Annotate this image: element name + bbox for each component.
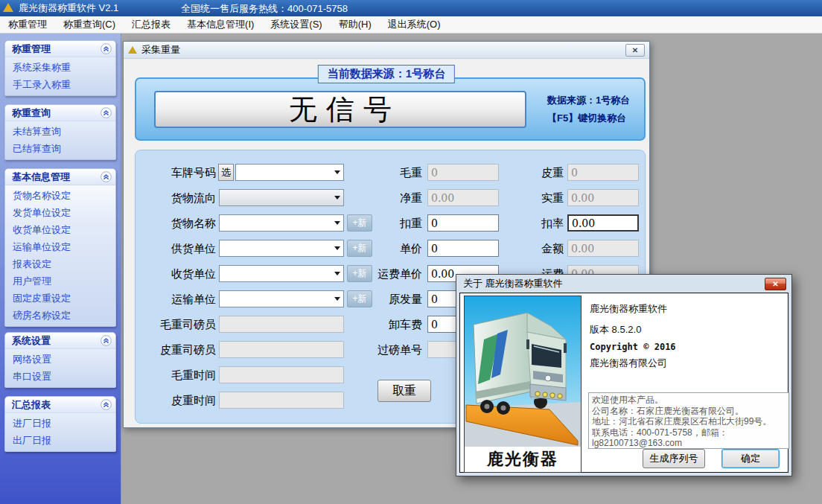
sidebar-item-sender-unit[interactable]: 发货单位设定: [5, 204, 115, 221]
sidebar-item-manual-weigh[interactable]: 手工录入称重: [5, 76, 115, 93]
collapse-icon[interactable]: [101, 399, 112, 410]
weigh-window-title: 采集重量: [141, 43, 180, 57]
sidebar-item-settled-query[interactable]: 已结算查询: [5, 140, 115, 157]
net-weight-label: 净重: [363, 189, 422, 207]
tare-operator-label: 皮重司磅员: [150, 341, 216, 359]
section-title: 基本信息管理: [12, 170, 70, 184]
unit-price-label: 单价: [363, 240, 422, 258]
sidebar-item-transport-unit[interactable]: 运输单位设定: [5, 238, 115, 255]
ticket-no-label: 过磅单号: [363, 341, 422, 359]
truck-caption: 鹿光衡器: [465, 447, 581, 472]
gross-operator-field: [219, 316, 344, 333]
about-dialog-title-bar: 关于 鹿光衡器称重软件: [456, 275, 791, 293]
about-dialog: 关于 鹿光衡器称重软件 ✕: [456, 274, 792, 476]
section-header-weigh-query[interactable]: 称重查询: [5, 105, 115, 121]
tare-time-field: [219, 392, 344, 409]
deduct-rate-field[interactable]: [567, 214, 639, 232]
dialog-close-button[interactable]: ✕: [765, 278, 786, 290]
sidebar-item-system-weigh[interactable]: 系统采集称重: [5, 59, 115, 76]
menu-weigh-management[interactable]: 称重管理: [0, 16, 55, 33]
gross-weight-label: 毛重: [363, 164, 422, 182]
app-title-bar: 鹿光衡器称重软件 V2.1 全国统一售后服务热线：400-071-5758: [0, 0, 822, 16]
section-header-summary-report[interactable]: 汇总报表: [5, 397, 115, 413]
sidebar-item-unsettled-query[interactable]: 未结算查询: [5, 123, 115, 140]
about-info-box: 欢迎使用本产品。 公司名称：石家庄鹿光衡器有限公司。 地址：河北省石家庄鹿泉区石…: [588, 392, 789, 449]
plate-number-label: 车牌号码: [150, 164, 216, 182]
sidebar-item-serial-setting[interactable]: 串口设置: [5, 368, 115, 385]
pick-plate-button[interactable]: 选: [218, 164, 234, 181]
deduct-weight-field[interactable]: [427, 214, 499, 232]
receiver-combo[interactable]: [219, 265, 344, 282]
gross-operator-label: 毛重司磅员: [150, 316, 216, 334]
take-weight-button[interactable]: 取重: [377, 380, 431, 402]
window-logo-icon: [128, 46, 137, 54]
collapse-icon[interactable]: [101, 171, 112, 182]
about-company: 鹿光衡器有限公司: [590, 357, 667, 370]
section-header-system-settings[interactable]: 系统设置: [5, 333, 115, 349]
collapse-icon[interactable]: [101, 107, 112, 118]
transporter-label: 运输单位: [150, 290, 216, 308]
menu-system-settings[interactable]: 系统设置(S): [262, 16, 330, 33]
sidebar-item-receiver-unit[interactable]: 收货单位设定: [5, 221, 115, 238]
supplier-combo[interactable]: [219, 240, 344, 257]
unit-price-field[interactable]: [427, 240, 499, 257]
sidebar-section-weigh-query: 称重查询 未结算查询 已结算查询: [4, 104, 116, 160]
chevron-down-icon: [334, 246, 340, 250]
collapse-icon[interactable]: [101, 43, 112, 54]
gross-time-field: [219, 366, 344, 383]
goods-name-combo[interactable]: [219, 214, 344, 232]
section-title: 汇总报表: [12, 398, 51, 412]
weight-display: 无信号: [154, 91, 526, 128]
sidebar-item-fixed-tare[interactable]: 固定皮重设定: [5, 290, 115, 307]
data-source-banner: 当前数据来源：1号称台: [318, 65, 455, 83]
sidebar: 称重管理 系统采集称重 手工录入称重 称重查询 未结算查询 已结算查询: [0, 34, 121, 504]
amount-label: 金额: [504, 240, 564, 258]
section-header-basic-info[interactable]: 基本信息管理: [5, 169, 115, 185]
service-hotline: 全国统一售后服务热线：400-071-5758: [181, 2, 348, 16]
menu-help[interactable]: 帮助(H): [331, 16, 380, 33]
about-dialog-body: 鹿光衡器 鹿光衡器称重软件 版本 8.5.2.0 Copyright © 201…: [459, 293, 788, 473]
sidebar-section-system-settings: 系统设置 网络设置 串口设置: [4, 332, 116, 388]
sidebar-item-network-setting[interactable]: 网络设置: [5, 351, 115, 368]
section-header-weigh-management[interactable]: 称重管理: [5, 41, 115, 57]
tare-weight-label: 皮重: [504, 164, 564, 182]
net-weight-field: [427, 189, 499, 206]
source-info-line1: 数据来源：1号称台: [547, 94, 653, 107]
receiver-label: 收货单位: [150, 265, 216, 283]
collapse-icon[interactable]: [101, 335, 112, 346]
sidebar-section-basic-info: 基本信息管理 货物名称设定 发货单位设定 收货单位设定 运输单位设定 报表设定 …: [4, 168, 116, 327]
menu-bar: 称重管理 称重查询(C) 汇总报表 基本信息管理(I) 系统设置(S) 帮助(H…: [0, 16, 822, 34]
sidebar-item-user-management[interactable]: 用户管理: [5, 272, 115, 290]
menu-exit[interactable]: 退出系统(O): [380, 16, 449, 33]
freight-price-label: 运费单价: [363, 265, 422, 283]
sidebar-section-summary-report: 汇总报表 进厂日报 出厂日报: [4, 396, 116, 452]
gross-weight-field: [427, 164, 499, 181]
about-copyright: Copyright © 2016: [590, 342, 676, 352]
about-product-name: 鹿光衡器称重软件: [590, 302, 667, 316]
ok-button[interactable]: 确定: [721, 449, 780, 468]
plate-number-combo[interactable]: [235, 164, 344, 181]
about-dialog-title: 关于 鹿光衡器称重软件: [463, 277, 563, 290]
generate-serial-button[interactable]: 生成序列号: [643, 449, 705, 468]
goods-flow-combo[interactable]: [219, 189, 344, 206]
original-qty-label: 原发量: [363, 290, 422, 308]
menu-summary-report[interactable]: 汇总报表: [124, 16, 179, 33]
truck-illustration: [465, 296, 581, 447]
section-title: 称重查询: [12, 106, 51, 120]
sidebar-item-report-setting[interactable]: 报表设定: [5, 255, 115, 272]
sidebar-item-entry-daily[interactable]: 进厂日报: [5, 415, 115, 432]
sidebar-item-exit-daily[interactable]: 出厂日报: [5, 432, 115, 449]
transporter-combo[interactable]: [219, 290, 344, 307]
menu-basic-info[interactable]: 基本信息管理(I): [179, 16, 262, 33]
section-title: 称重管理: [12, 42, 51, 56]
sidebar-item-weighhouse-name[interactable]: 磅房名称设定: [5, 307, 115, 324]
chevron-down-icon: [334, 221, 340, 225]
gross-time-label: 毛重时间: [150, 366, 216, 384]
sidebar-item-goods-name[interactable]: 货物名称设定: [5, 187, 115, 204]
window-close-button[interactable]: ✕: [625, 44, 645, 57]
goods-name-label: 货物名称: [150, 214, 216, 232]
menu-weigh-query[interactable]: 称重查询(C): [55, 16, 124, 33]
app-logo-icon: [3, 3, 13, 12]
supplier-label: 供货单位: [150, 240, 216, 258]
sidebar-section-weigh-management: 称重管理 系统采集称重 手工录入称重: [4, 40, 116, 96]
